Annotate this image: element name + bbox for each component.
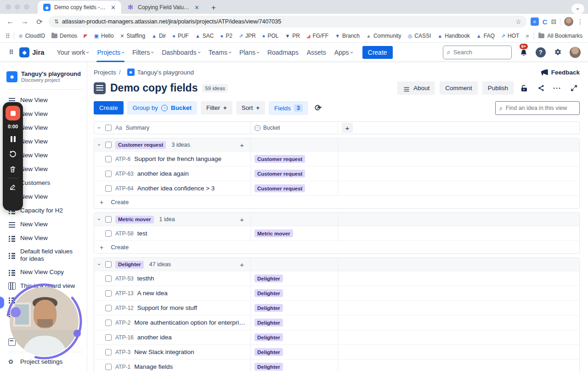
bucket-value-chip[interactable]: Delighter [254, 333, 283, 341]
row-checkbox[interactable] [105, 305, 112, 311]
bookmark-item[interactable]: ▲ SAC [192, 32, 217, 40]
chevron-down-icon[interactable]: › [96, 217, 102, 222]
bucket-value-chip[interactable]: Delighter [254, 304, 283, 312]
all-bookmarks-button[interactable]: All Bookmarks [533, 33, 582, 39]
new-tab-button[interactable]: + [208, 2, 220, 14]
chevron-down-icon[interactable]: › [96, 262, 102, 267]
bucket-value-chip[interactable]: Customer request [254, 155, 305, 163]
forward-icon[interactable]: → [19, 17, 30, 26]
row-checkbox[interactable] [105, 275, 112, 282]
apps-grid-icon[interactable]: ⠿ [6, 33, 10, 40]
select-all-checkbox[interactable] [105, 125, 112, 131]
url-bar[interactable]: ⇅ atlassian-product-managers.atlassian.n… [49, 16, 527, 28]
about-button[interactable]: About [397, 81, 435, 95]
group-header-row[interactable]: › Metric mover 1 idea + [94, 213, 579, 226]
extension-icon[interactable]: ≡ [531, 17, 539, 26]
bookmark-item[interactable]: ● PUF [170, 32, 192, 40]
bookmark-item[interactable]: ⊕ CloudID [16, 32, 48, 40]
sort-button[interactable]: Sort + [236, 101, 265, 114]
group-header-row[interactable]: › Delighter 47 ideas + [94, 258, 579, 271]
row-checkbox[interactable] [105, 185, 112, 192]
browser-tab-active[interactable]: ◆ Demo copy fields - Tanguy's ✕ [38, 1, 121, 14]
bucket-value-chip[interactable]: Delighter [254, 348, 283, 356]
row-checkbox[interactable] [105, 320, 112, 326]
group-by-button[interactable]: Group by › Bucket [127, 101, 198, 114]
group-header-row[interactable]: › Customer request 3 ideas + [94, 138, 579, 151]
idea-summary[interactable]: Manage fields [134, 363, 173, 370]
global-search-input[interactable] [453, 49, 508, 56]
bucket-value-chip[interactable]: Metric mover [254, 229, 293, 237]
window-controls[interactable] [6, 0, 29, 14]
fields-button[interactable]: Fields 3 [269, 101, 308, 115]
idea-summary[interactable]: A new idea [137, 290, 168, 297]
idea-summary[interactable]: testhh [137, 275, 154, 282]
breadcrumb-projects[interactable]: Projects [94, 69, 116, 76]
comment-button[interactable]: Comment [440, 81, 478, 95]
idea-row[interactable]: ATP-12 Support for more stuff Delighter [94, 300, 579, 315]
sidebar-view-item[interactable]: Default field values for ideas [6, 245, 83, 265]
idea-summary[interactable]: another idea again [137, 170, 189, 177]
idea-summary[interactable]: Support for the french language [134, 155, 221, 162]
idea-row[interactable]: ATP-1 Manage fields Delighter [94, 359, 579, 372]
site-info-icon[interactable]: ⇅ [54, 18, 58, 25]
global-search[interactable]: ⌕ [443, 46, 512, 59]
more-actions-button[interactable]: ··· [551, 82, 563, 94]
idea-summary[interactable]: New Slack integration [134, 349, 194, 355]
nav-item-dashboards[interactable]: Dashboards › [158, 43, 204, 62]
bookmark-star-icon[interactable]: ☆ [515, 18, 521, 25]
idea-row[interactable]: ATP-13 A new idea Delighter [94, 286, 579, 300]
idea-row[interactable]: ATP-3 New Slack integration Delighter [94, 344, 579, 359]
lock-button[interactable] [518, 82, 530, 94]
group-checkbox[interactable] [105, 216, 112, 223]
bookmark-item[interactable]: ● P2 [218, 32, 235, 40]
jira-logo[interactable]: ◆ Jira [19, 47, 45, 57]
draw-annotation-icon[interactable] [8, 183, 17, 192]
create-idea-row[interactable]: + Create [94, 240, 579, 253]
filter-button[interactable]: Filter + [201, 101, 232, 114]
bookmark-item[interactable]: ⇗ HOT [498, 32, 522, 40]
delete-recording-icon[interactable] [8, 165, 17, 174]
sidebar-view-item[interactable]: New View [6, 231, 83, 245]
bookmark-item[interactable]: ▲ Community [363, 32, 404, 40]
bookmark-item[interactable]: ▲ FAQ [474, 32, 498, 40]
pause-recording-icon[interactable] [8, 134, 17, 143]
idea-summary[interactable]: Support for more stuff [137, 304, 197, 311]
create-idea-button[interactable]: Create [94, 101, 124, 114]
bookmark-item[interactable]: ▣ Hello [91, 32, 117, 40]
bucket-value-chip[interactable]: Delighter [254, 319, 283, 326]
extensions-puzzle-icon[interactable]: ⚄ [551, 18, 556, 25]
bookmark-item[interactable]: ◤ [81, 33, 90, 40]
idea-row[interactable]: ATP-58 test Metric mover [94, 226, 579, 240]
bookmark-item[interactable]: ▼ Branch [332, 32, 362, 40]
nav-item-projects[interactable]: Projects › [93, 43, 128, 62]
feedback-button[interactable]: Feedback [541, 69, 580, 76]
notifications-button[interactable]: 9+ [518, 47, 529, 58]
bookmark-item[interactable]: ◎ CASSI [405, 32, 434, 40]
bookmark-item[interactable]: ● POL [260, 32, 282, 40]
nav-item-roadmaps[interactable]: Roadmaps [263, 43, 303, 62]
group-checkbox[interactable] [105, 261, 112, 268]
nav-item-your-work[interactable]: Your work › [53, 43, 93, 62]
close-tab-icon[interactable]: ✕ [193, 4, 200, 11]
bookmark-item[interactable]: Dash [523, 32, 524, 40]
idea-row[interactable]: ATP-6 Support for the french language Cu… [94, 151, 579, 166]
row-checkbox[interactable] [105, 290, 112, 297]
auto-format-button[interactable]: ⟳A [312, 101, 325, 114]
row-checkbox[interactable] [105, 230, 112, 237]
bucket-value-chip[interactable]: Customer request [254, 184, 305, 192]
chevron-down-icon[interactable]: › [96, 143, 102, 147]
nav-item-apps[interactable]: Apps › [330, 43, 357, 62]
idea-row[interactable]: ATP-63 another idea again Customer reque… [94, 166, 579, 181]
bucket-value-chip[interactable]: Delighter [254, 363, 283, 371]
bucket-value-chip[interactable]: Customer request [254, 170, 305, 177]
group-add-icon[interactable]: + [240, 141, 247, 149]
bookmark-item[interactable]: ▲ Dir [149, 32, 169, 40]
global-create-button[interactable]: Create [362, 46, 393, 59]
chevron-down-icon[interactable]: › [96, 126, 102, 130]
sidebar-view-item[interactable]: New View Copy [6, 265, 83, 279]
bookmark-item[interactable]: ✕ Staffing [117, 32, 148, 40]
nav-item-teams[interactable]: Teams › [204, 43, 235, 62]
fullscreen-button[interactable] [568, 82, 580, 94]
settings-button[interactable] [552, 47, 563, 58]
browser-tab-inactive[interactable]: ✻ Copying Field Values in ListV ✕ [121, 1, 205, 14]
